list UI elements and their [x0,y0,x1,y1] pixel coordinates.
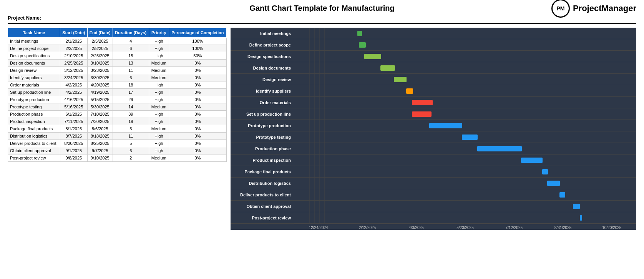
gantt-rows: Initial meetingsDefine project scopeDesi… [231,28,636,224]
gantt-task-label: Set up production line [231,112,294,116]
gantt-row: Order materials [231,97,636,108]
gantt-bar-area [294,62,636,73]
gantt-bar-area [294,178,636,189]
gantt-row: Set up production line [231,108,636,120]
table-cell: 5 [113,125,149,133]
table-cell: High [149,89,169,96]
table-cell: 11 [113,67,149,74]
gantt-bar-area [294,154,636,166]
gantt-task-label: Order materials [231,100,294,105]
gantt-task-label: Define project scope [231,43,294,47]
gantt-bar-area [294,97,636,108]
gantt-bar-area [294,120,636,131]
gantt-bar-area [294,131,636,143]
gantt-task-label: Package final products [231,169,294,174]
table-cell: Medium [149,74,169,81]
table-cell: High [149,52,169,60]
table-cell: 5/16/2025 [60,103,87,111]
gantt-bar-area [294,143,636,154]
gantt-task-label: Distribution logistics [231,181,294,186]
table-cell: Identify suppliers [8,74,60,81]
table-cell: 6 [113,147,149,154]
gantt-bar-area [294,74,636,85]
main-content: Task NameStart (Date)End (Date)Duration … [8,28,636,230]
gantt-inner: Initial meetingsDefine project scopeDesi… [231,28,636,230]
table-cell: 0% [169,103,226,111]
table-row: Prototype testing5/16/20255/30/202514Med… [8,103,227,111]
table-cell: 4 [113,38,149,45]
gantt-row: Product inspection [231,154,636,166]
table-cell: 2 [113,154,149,162]
gantt-bar [357,31,362,36]
gantt-bar [477,146,522,151]
gantt-bar-area [294,201,636,212]
table-col-header: Percentage of Completion [169,28,226,38]
gantt-row: Prototype testing [231,131,636,143]
gantt-bar [521,158,543,163]
gantt-task-label: Design review [231,77,294,82]
gantt-bar-area [294,39,636,50]
gantt-bar [394,77,407,82]
table-cell: Set up production line [8,89,60,96]
gantt-bar-area [294,28,636,39]
table-cell: Deliver products to client [8,140,60,147]
table-cell: Medium [149,125,169,133]
gantt-row: Post-project review [231,212,636,224]
gantt-task-label: Deliver products to client [231,193,294,197]
table-cell: 0% [169,89,226,96]
gantt-bar-area [294,166,636,177]
table-cell: 2/5/2025 [87,38,113,45]
table-cell: 6/1/2025 [60,111,87,118]
table-cell: Production phase [8,111,60,118]
gantt-axis: 12/24/20242/12/20254/3/20255/23/20257/12… [294,224,636,230]
table-cell: 2/8/2025 [87,45,113,52]
gantt-task-label: Initial meetings [231,31,294,36]
table-cell: High [149,118,169,125]
table-cell: 0% [169,140,226,147]
table-row: Initial meetings2/1/20252/5/20254High100… [8,38,227,45]
table-cell: 7/11/2025 [60,118,87,125]
table-cell: Prototype production [8,96,60,103]
table-row: Prototype production4/16/20255/15/202529… [8,96,227,103]
task-table: Task NameStart (Date)End (Date)Duration … [8,28,227,230]
table-body: Initial meetings2/1/20252/5/20254High100… [8,38,227,162]
table-cell: 13 [113,60,149,67]
gantt-row: Define project scope [231,39,636,51]
table-cell: 3/12/2025 [60,67,87,74]
table-cell: 3/30/2025 [87,74,113,81]
table-cell: Design specifications [8,52,60,60]
gantt-bar [542,169,548,174]
gantt-bar [559,192,565,198]
table-row: Set up production line4/2/20254/19/20251… [8,89,227,96]
table-cell: 0% [169,81,226,89]
gantt-task-label: Production phase [231,146,294,151]
gantt-bar [406,88,413,94]
gantt-axis-label: 7/12/2025 [490,226,538,230]
gantt-bar-area [294,212,636,223]
gantt-chart: Initial meetingsDefine project scopeDesi… [231,28,636,230]
table-cell: Define project scope [8,45,60,52]
table-cell: High [149,147,169,154]
table-cell: Product inspection [8,118,60,125]
gantt-bar-area [294,85,636,96]
gantt-axis-label: 2/12/2025 [343,226,392,230]
table-cell: 9/10/2025 [87,154,113,162]
table-cell: 8/7/2025 [60,133,87,140]
table-cell: 7/30/2025 [87,118,113,125]
table-row: Define project scope2/2/20252/8/20256Hig… [8,45,227,52]
table-cell: 4/2/2025 [60,89,87,96]
table-col-header: End (Date) [87,28,113,38]
table-cell: 5/15/2025 [87,96,113,103]
table-row: Obtain client approval9/1/20259/7/20256H… [8,147,227,154]
table-cell: 2/2/2025 [60,45,87,52]
table-row: Product inspection7/11/20257/30/202519Hi… [8,118,227,125]
table-cell: 0% [169,125,226,133]
table-cell: 9/8/2025 [60,154,87,162]
table-cell: 3/24/2025 [60,74,87,81]
page-header: Gantt Chart Template for Manufacturing P… [8,4,636,13]
logo-icon: PM [551,0,570,18]
table-cell: High [149,133,169,140]
page-title: Gantt Chart Template for Manufacturing [8,4,636,13]
table-cell: Post-project review [8,154,60,162]
gantt-bar-area [294,108,636,120]
